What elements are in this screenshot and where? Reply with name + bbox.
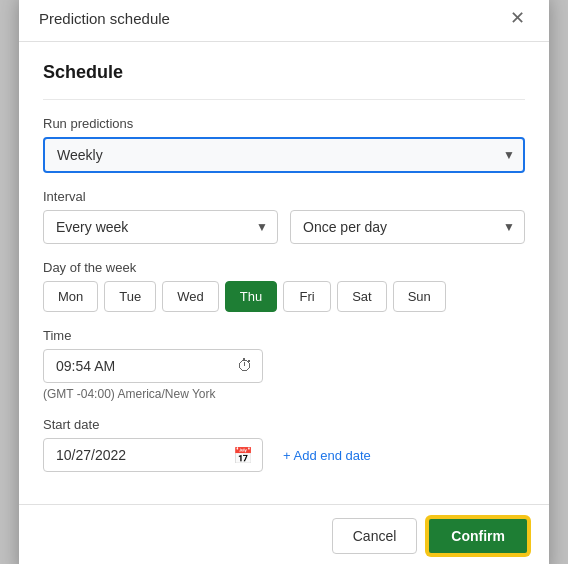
start-date-input[interactable] [43,438,263,472]
run-predictions-select[interactable]: Weekly Daily Monthly [43,137,525,173]
add-end-date-button[interactable]: + Add end date [283,448,371,463]
interval-frequency-select[interactable]: Every week Every 2 weeks [43,210,278,244]
modal-header: Prediction schedule ✕ [19,0,549,42]
timezone-label: (GMT -04:00) America/New York [43,387,525,401]
interval-time-select[interactable]: Once per day Twice per day [290,210,525,244]
modal-footer: Cancel Confirm [19,504,549,564]
confirm-button[interactable]: Confirm [427,517,529,555]
divider [43,99,525,100]
start-date-field: Start date 📅 + Add end date [43,417,525,472]
modal-body: Schedule Run predictions Weekly Daily Mo… [19,42,549,504]
section-title: Schedule [43,62,525,83]
day-button-thu[interactable]: Thu [225,281,277,312]
date-row: 📅 + Add end date [43,438,525,472]
day-of-week-label: Day of the week [43,260,525,275]
interval-frequency-wrapper: Every week Every 2 weeks ▼ [43,210,278,244]
close-button[interactable]: ✕ [506,7,529,29]
time-field: Time ⏱ (GMT -04:00) America/New York [43,328,525,401]
day-button-wed[interactable]: Wed [162,281,219,312]
day-buttons-group: Mon Tue Wed Thu Fri Sat Sun [43,281,525,312]
time-input-wrapper: ⏱ [43,349,263,383]
day-button-tue[interactable]: Tue [104,281,156,312]
start-date-label: Start date [43,417,525,432]
run-predictions-label: Run predictions [43,116,525,131]
interval-label: Interval [43,189,525,204]
run-predictions-field: Run predictions Weekly Daily Monthly ▼ [43,116,525,173]
day-button-sat[interactable]: Sat [337,281,387,312]
prediction-schedule-modal: Prediction schedule ✕ Schedule Run predi… [19,0,549,564]
cancel-button[interactable]: Cancel [332,518,418,554]
interval-time-wrapper: Once per day Twice per day ▼ [290,210,525,244]
day-button-sun[interactable]: Sun [393,281,446,312]
interval-selects-row: Every week Every 2 weeks ▼ Once per day … [43,210,525,244]
modal-title: Prediction schedule [39,10,170,27]
interval-field: Interval Every week Every 2 weeks ▼ Once… [43,189,525,244]
run-predictions-select-wrapper: Weekly Daily Monthly ▼ [43,137,525,173]
day-button-fri[interactable]: Fri [283,281,331,312]
day-of-week-field: Day of the week Mon Tue Wed Thu Fri Sat … [43,260,525,312]
time-input[interactable] [43,349,263,383]
time-label: Time [43,328,525,343]
day-button-mon[interactable]: Mon [43,281,98,312]
date-input-wrapper: 📅 [43,438,263,472]
